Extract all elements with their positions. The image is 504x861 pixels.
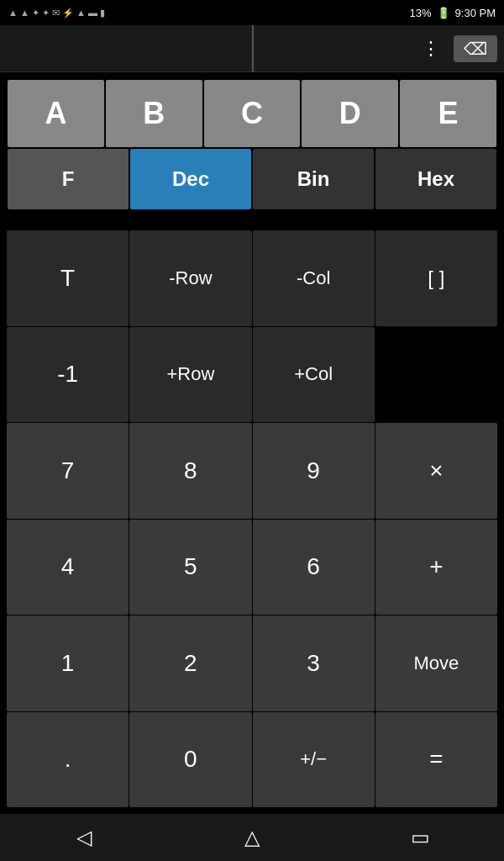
battery-icon: 🔋 — [437, 7, 450, 19]
mode-bin[interactable]: Bin — [253, 149, 374, 209]
key-4[interactable]: 4 — [7, 520, 129, 615]
col-header-b[interactable]: B — [106, 80, 202, 147]
backspace-button[interactable]: ⌫ — [454, 35, 497, 62]
key-2[interactable]: 2 — [129, 615, 251, 711]
key-row-2: -1 +Row +Col — [7, 327, 497, 423]
key-bracket[interactable]: [ ] — [375, 230, 497, 326]
key-row-1: T -Row -Col [ ] — [7, 230, 497, 326]
key-8[interactable]: 8 — [129, 423, 251, 519]
key-7[interactable]: 7 — [7, 423, 129, 519]
key-0[interactable]: 0 — [129, 712, 251, 808]
key-row-4: 4 5 6 + — [7, 520, 497, 615]
col-header-d[interactable]: D — [302, 80, 398, 147]
keypad: T -Row -Col [ ] -1 +Row +Col 7 8 9 × 4 5… — [0, 230, 504, 814]
recent-button[interactable]: ▭ — [386, 821, 454, 854]
key-equals[interactable]: = — [375, 712, 497, 808]
key-6[interactable]: 6 — [253, 520, 375, 615]
time-text: 9:30 PM — [455, 7, 496, 19]
mode-f[interactable]: F — [8, 149, 129, 209]
toolbar-divider — [252, 25, 254, 71]
mode-hex[interactable]: Hex — [375, 149, 496, 209]
key-3[interactable]: 3 — [253, 615, 375, 711]
key-plus-col[interactable]: +Col — [253, 327, 375, 423]
menu-button[interactable]: ⋮ — [415, 34, 447, 63]
battery-text: 13% — [410, 7, 432, 19]
toolbar: ⋮ ⌫ — [0, 25, 504, 72]
key-minus-col[interactable]: -Col — [253, 230, 375, 326]
key-t[interactable]: T — [7, 230, 129, 326]
status-icons: ▲ ▲ ✦ ✦ ✉ ⚡ ▲ ▬ ▮ — [8, 8, 410, 18]
back-button[interactable]: ◁ — [50, 821, 118, 854]
home-button[interactable]: △ — [218, 821, 286, 854]
key-minus-row[interactable]: -Row — [129, 230, 251, 326]
key-9[interactable]: 9 — [253, 423, 375, 519]
home-icon: △ — [244, 826, 260, 849]
key-move[interactable]: Move — [375, 615, 497, 711]
status-right: 13% 🔋 9:30 PM — [410, 7, 496, 19]
key-add[interactable]: + — [375, 520, 497, 615]
mid-spacer — [0, 217, 504, 230]
key-plusminus[interactable]: +/− — [253, 712, 375, 808]
nav-bar: ◁ △ ▭ — [0, 814, 504, 861]
status-bar: ▲ ▲ ✦ ✦ ✉ ⚡ ▲ ▬ ▮ 13% 🔋 9:30 PM — [0, 0, 504, 25]
recent-icon: ▭ — [411, 826, 430, 849]
back-icon: ◁ — [76, 826, 92, 849]
key-dot[interactable]: . — [7, 712, 129, 808]
col-header-c[interactable]: C — [204, 80, 301, 147]
col-header-e[interactable]: E — [400, 80, 496, 147]
toolbar-actions: ⋮ ⌫ — [415, 34, 497, 63]
key-row-5: 1 2 3 Move — [7, 615, 497, 711]
key-5[interactable]: 5 — [129, 520, 251, 615]
key-minus-1[interactable]: -1 — [7, 327, 129, 423]
col-headers: A B C D E — [0, 72, 504, 148]
key-1[interactable]: 1 — [7, 615, 129, 711]
key-row-6: . 0 +/− = — [7, 712, 497, 808]
mode-row: F Dec Bin Hex — [0, 148, 504, 217]
key-row-3: 7 8 9 × — [7, 423, 497, 519]
col-header-a[interactable]: A — [8, 80, 104, 147]
key-plus-row[interactable]: +Row — [129, 327, 251, 423]
mode-dec[interactable]: Dec — [130, 149, 251, 209]
notification-icons: ▲ ▲ ✦ ✦ ✉ ⚡ ▲ ▬ ▮ — [8, 8, 105, 18]
key-multiply[interactable]: × — [375, 423, 497, 519]
